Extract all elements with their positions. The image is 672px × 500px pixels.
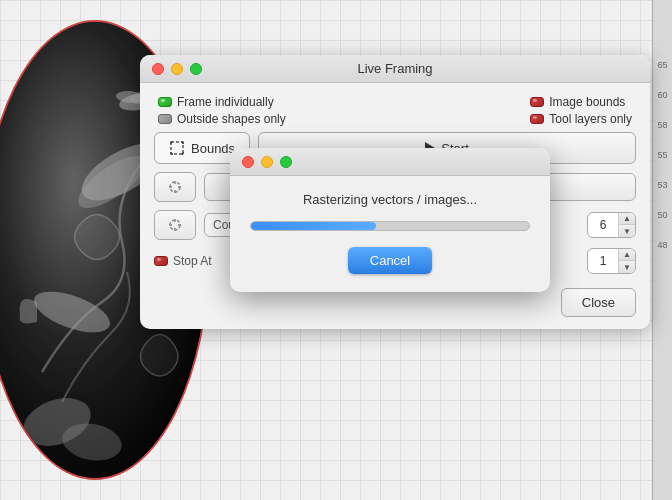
close-traffic-light[interactable]	[152, 63, 164, 75]
progress-bar-container	[250, 221, 530, 231]
progress-dialog: Rasterizing vectors / images... Cancel	[230, 148, 550, 292]
progress-max-tl[interactable]	[280, 156, 292, 168]
led-outside-shapes[interactable]	[158, 114, 172, 124]
bounds-icon	[169, 140, 185, 156]
crosshair-button-2[interactable]	[154, 210, 196, 240]
close-button[interactable]: Close	[561, 288, 636, 317]
cancel-button[interactable]: Cancel	[348, 247, 432, 274]
progress-bar-fill	[251, 222, 376, 230]
progress-cancel-row: Cancel	[250, 247, 530, 274]
count-spinner-down[interactable]: ▼	[619, 225, 635, 237]
stop-spinner[interactable]: 1 ▲ ▼	[587, 248, 636, 274]
panel-titlebar: Live Framing	[140, 55, 650, 83]
frame-individually-label: Frame individually	[177, 95, 274, 109]
option-group-right: Image bounds Tool layers only	[530, 95, 632, 126]
option-frame-individually: Frame individually	[158, 95, 286, 109]
minimize-traffic-light[interactable]	[171, 63, 183, 75]
ruler-num-7: 48	[657, 240, 667, 250]
count-spinner-up[interactable]: ▲	[619, 213, 635, 225]
progress-min-tl[interactable]	[261, 156, 273, 168]
stop-at-label: Stop At	[154, 254, 212, 268]
progress-message: Rasterizing vectors / images...	[250, 192, 530, 207]
ruler-num-2: 60	[657, 90, 667, 100]
count-spinner-arrows: ▲ ▼	[618, 213, 635, 237]
count-spinner-value: 6	[588, 214, 618, 236]
led-stop-at[interactable]	[154, 256, 168, 266]
svg-rect-9	[171, 142, 183, 154]
progress-titlebar	[230, 148, 550, 176]
progress-close-tl[interactable]	[242, 156, 254, 168]
led-frame-individually[interactable]	[158, 97, 172, 107]
ruler-num-6: 50	[657, 210, 667, 220]
ruler-num-5: 53	[657, 180, 667, 190]
options-row: Frame individually Outside shapes only I…	[154, 95, 636, 126]
panel-title: Live Framing	[357, 61, 432, 76]
count-spinner[interactable]: 6 ▲ ▼	[587, 212, 636, 238]
maximize-traffic-light[interactable]	[190, 63, 202, 75]
option-image-bounds: Image bounds	[530, 95, 632, 109]
stop-spinner-up[interactable]: ▲	[619, 249, 635, 261]
crosshair-icon-2	[167, 217, 183, 233]
option-group-left: Frame individually Outside shapes only	[158, 95, 286, 126]
option-tool-layers: Tool layers only	[530, 112, 632, 126]
ruler-num-3: 58	[657, 120, 667, 130]
ruler-right: 65 60 58 55 53 50 48	[652, 0, 672, 500]
crosshair-button[interactable]	[154, 172, 196, 202]
close-button-label: Close	[582, 295, 615, 310]
option-outside-shapes: Outside shapes only	[158, 112, 286, 126]
crosshair-icon	[167, 179, 183, 195]
ruler-num-1: 65	[657, 60, 667, 70]
tool-layers-label: Tool layers only	[549, 112, 632, 126]
stop-spinner-value: 1	[588, 250, 618, 272]
stop-spinner-arrows: ▲ ▼	[618, 249, 635, 273]
stop-spinner-down[interactable]: ▼	[619, 261, 635, 273]
led-image-bounds[interactable]	[530, 97, 544, 107]
progress-body: Rasterizing vectors / images... Cancel	[230, 176, 550, 292]
outside-shapes-label: Outside shapes only	[177, 112, 286, 126]
image-bounds-label: Image bounds	[549, 95, 625, 109]
bounds-button-label: Bounds	[191, 141, 235, 156]
ruler-num-4: 55	[657, 150, 667, 160]
cancel-button-label: Cancel	[370, 253, 410, 268]
led-tool-layers[interactable]	[530, 114, 544, 124]
